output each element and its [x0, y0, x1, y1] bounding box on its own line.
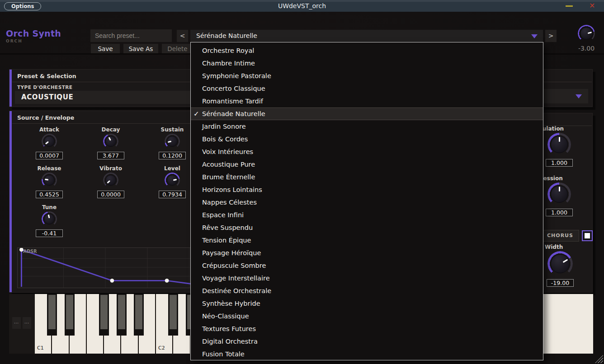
preset-item[interactable]: Sérénade Naturelle✓	[191, 107, 543, 120]
sustain-knob[interactable]	[165, 134, 180, 149]
width-knob[interactable]	[547, 251, 573, 276]
knob-tune[interactable]: Tune-0.41	[36, 204, 63, 242]
black-key[interactable]	[65, 294, 75, 336]
width-value[interactable]: -19.00	[547, 279, 574, 287]
preset-item[interactable]: Paysage Héroïque	[191, 247, 543, 259]
preset-item[interactable]: Brume Éternelle	[191, 171, 543, 183]
expression-value[interactable]: 1.000	[546, 209, 573, 216]
preset-item[interactable]: Espace Infini	[191, 209, 543, 221]
chorus-checkbox[interactable]	[582, 230, 593, 241]
chevron-down-icon	[531, 34, 538, 38]
knob-master[interactable]: -3.00	[571, 24, 602, 52]
knob-width[interactable]: Width-19.00	[545, 244, 576, 287]
preset-item[interactable]: Destinée Orchestrale	[191, 285, 543, 297]
level-knob[interactable]	[165, 173, 180, 188]
sustain-label: Sustain	[161, 126, 184, 133]
preset-item[interactable]: Chambre Intime	[191, 57, 543, 70]
expression-knob[interactable]	[547, 182, 571, 206]
vibrato-value[interactable]: 0.0000	[97, 191, 124, 198]
tune-value[interactable]: -0.41	[36, 229, 63, 237]
preset-item[interactable]: Rêve Suspendu	[191, 221, 543, 234]
previous-preset-button[interactable]: <	[177, 30, 188, 42]
knob-decay[interactable]: Decay3.677	[97, 126, 124, 164]
release-knob[interactable]	[42, 173, 57, 188]
modulation-value[interactable]: 1.000	[546, 159, 573, 167]
preset-item[interactable]: Voyage Interstellaire	[191, 272, 543, 285]
delete-button[interactable]: Delete	[162, 44, 193, 54]
app-logo: Orch Synth ORCH	[6, 28, 61, 43]
knob-level[interactable]: Level0.7934	[159, 165, 186, 203]
knob-pointer	[107, 180, 111, 184]
sustain-value[interactable]: 0.1200	[159, 152, 186, 159]
decay-knob[interactable]	[103, 134, 118, 149]
knob-pointer	[559, 187, 560, 191]
knob-sustain[interactable]: Sustain0.1200	[159, 126, 186, 164]
preset-item[interactable]: Voix Intérieures	[191, 145, 543, 158]
checkmark-icon: ✓	[193, 108, 199, 120]
preset-item[interactable]: Bois & Cordes	[191, 133, 543, 145]
minimize-icon[interactable]	[566, 5, 573, 7]
knob-release[interactable]: Release0.4525	[36, 165, 63, 203]
master-knob[interactable]	[578, 25, 595, 42]
knob-vibrato[interactable]: Vibrato0.0000	[97, 165, 124, 203]
decay-label: Decay	[102, 126, 120, 133]
preset-combobox-value: Sérénade Naturelle	[196, 32, 257, 39]
preset-item[interactable]: Concerto Classique	[191, 82, 543, 95]
preset-item[interactable]: Néo-Classique	[191, 310, 543, 322]
keyboard-mini-button-2[interactable]: ...	[23, 317, 31, 329]
preset-item[interactable]: Fusion Totale	[191, 348, 543, 360]
keyboard-mini-button-1[interactable]: ...	[12, 317, 21, 329]
key-label-C2: C2	[158, 345, 165, 351]
preset-item[interactable]: Nappes Célestes	[191, 196, 543, 209]
decay-value[interactable]: 3.677	[97, 152, 124, 159]
chorus-button[interactable]: CHORUS	[541, 230, 579, 242]
modulation-knob[interactable]	[547, 133, 571, 156]
knob-pointer	[108, 137, 111, 140]
preset-item[interactable]: Romantisme Tardif	[191, 95, 543, 107]
preset-item[interactable]: Digital Orchestra	[191, 335, 543, 348]
save-as-button[interactable]: Save As	[123, 44, 158, 54]
preset-item[interactable]: Jardin Sonore	[191, 120, 543, 133]
app-logo-subtitle: ORCH	[6, 39, 61, 43]
preset-dropdown-list: Orchestre RoyalChambre IntimeSymphonie P…	[190, 42, 543, 360]
black-key[interactable]	[117, 294, 127, 336]
width-knob-cell[interactable]: Width-19.00	[545, 244, 576, 287]
black-key[interactable]	[168, 294, 178, 336]
knob-attack[interactable]: Attack0.0007	[36, 126, 63, 164]
close-icon[interactable]: ✕	[589, 1, 595, 10]
black-key[interactable]	[134, 294, 144, 336]
envelope-knob-grid: Attack0.0007Decay3.677Sustain0.1200Relea…	[19, 126, 205, 242]
knob-pointer	[168, 141, 171, 143]
knob-pointer	[45, 141, 49, 145]
black-key-top	[170, 295, 177, 329]
search-input[interactable]	[90, 29, 172, 42]
black-key[interactable]	[47, 294, 57, 336]
attack-knob[interactable]	[42, 134, 57, 149]
preset-item[interactable]: Horizons Lointains	[191, 183, 543, 196]
preset-item[interactable]: Crépuscule Sombre	[191, 259, 543, 272]
release-value[interactable]: 0.4525	[36, 191, 63, 198]
level-value[interactable]: 0.7934	[159, 191, 186, 198]
knob-pointer	[559, 137, 560, 142]
knob-pointer	[173, 179, 177, 181]
master-volume-knob-cell[interactable]: -3.00	[571, 24, 602, 52]
vibrato-knob[interactable]	[103, 173, 118, 188]
attack-value[interactable]: 0.0007	[36, 152, 63, 159]
key-label-C1: C1	[37, 345, 44, 351]
black-key-top	[118, 295, 125, 329]
preset-item[interactable]: Tension Épique	[191, 234, 543, 247]
black-key-top	[135, 295, 142, 329]
preset-combobox[interactable]: Sérénade Naturelle	[190, 30, 543, 42]
section-accent-stripe	[9, 70, 12, 107]
preset-item[interactable]: Orchestre Royal	[191, 44, 543, 57]
preset-item[interactable]: Acoustique Pure	[191, 158, 543, 171]
preset-item[interactable]: Synthèse Hybride	[191, 297, 543, 310]
next-preset-button[interactable]: >	[545, 30, 557, 42]
save-button[interactable]: Save	[91, 44, 120, 54]
resize-grip-icon[interactable]	[595, 355, 603, 363]
preset-item[interactable]: Symphonie Pastorale	[191, 70, 543, 82]
black-key[interactable]	[99, 294, 109, 336]
tune-knob[interactable]	[42, 211, 57, 227]
keyboard-controls: ......	[9, 294, 35, 354]
preset-item[interactable]: Textures Futures	[191, 322, 543, 335]
